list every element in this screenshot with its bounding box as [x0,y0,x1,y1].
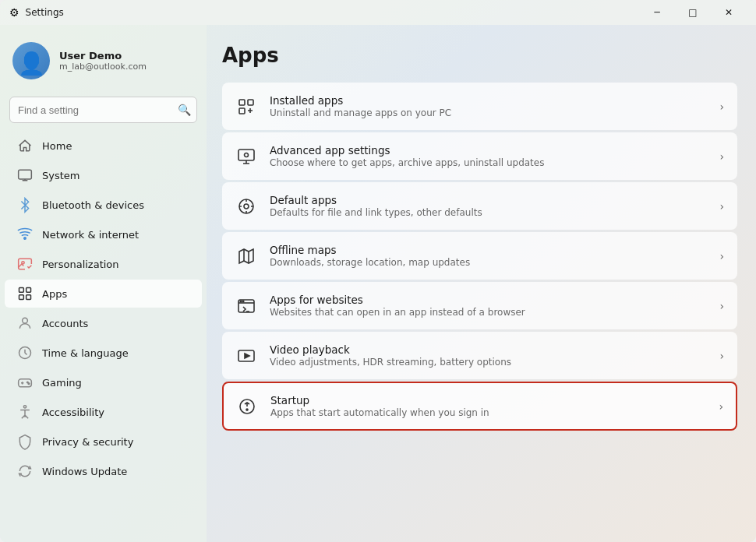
default-apps-desc: Defaults for file and link types, other … [270,207,482,218]
sidebar-item-network-label: Network & internet [42,229,139,241]
sidebar-item-accessibility[interactable]: Accessibility [5,398,202,426]
startup-item[interactable]: Startup Apps that start automatically wh… [222,382,737,431]
video-playback-item[interactable]: Video playback Video adjustments, HDR st… [222,332,737,379]
sidebar-item-privacy-label: Privacy & security [42,436,133,448]
svg-rect-6 [26,295,31,300]
offline-maps-desc: Downloads, storage location, map updates [270,257,470,268]
advanced-app-settings-icon [235,146,257,167]
user-info: User Demo m_lab@outlook.com [59,50,147,72]
advanced-app-settings-item[interactable]: Advanced app settings Choose where to ge… [222,132,737,180]
minimize-button[interactable]: ─ [639,0,675,25]
svg-point-21 [240,301,242,302]
gaming-icon [17,375,33,390]
startup-icon [236,396,258,417]
svg-marker-24 [245,354,249,358]
window-controls: ─ □ ✕ [639,0,747,25]
sidebar-item-accessibility-label: Accessibility [42,406,104,418]
sidebar-item-home[interactable]: Home [5,132,202,160]
video-playback-left: Video playback Video adjustments, HDR st… [235,343,511,368]
sidebar-item-system[interactable]: System [5,161,202,189]
sidebar-item-personalization-label: Personalization [42,259,119,270]
title-bar: ⚙ Settings ─ □ ✕ [0,0,756,25]
sidebar-item-gaming[interactable]: Gaming [5,368,202,396]
advanced-app-settings-title: Advanced app settings [270,144,544,157]
startup-left: Startup Apps that start automatically wh… [236,394,489,418]
svg-point-19 [244,204,249,209]
sidebar-item-apps[interactable]: Apps [5,280,202,308]
sidebar-item-privacy[interactable]: Privacy & security [5,428,202,456]
advanced-app-settings-left: Advanced app settings Choose where to ge… [235,144,544,168]
apps-for-websites-title: Apps for websites [270,294,525,306]
content-area: Apps Instal [207,25,756,542]
offline-maps-item[interactable]: Offline maps Downloads, storage location… [222,232,737,280]
sidebar-item-bluetooth[interactable]: Bluetooth & devices [5,191,202,219]
sidebar-item-accounts[interactable]: Accounts [5,309,202,337]
page-title: Apps [222,44,737,67]
close-button[interactable]: ✕ [711,0,747,25]
privacy-icon [17,434,33,449]
apps-icon [17,286,33,301]
title-bar-left: ⚙ Settings [9,6,64,19]
sidebar-item-bluetooth-label: Bluetooth & devices [42,199,144,211]
svg-rect-0 [19,170,32,179]
video-playback-chevron: › [719,350,724,362]
startup-text: Startup Apps that start automatically wh… [270,394,489,418]
installed-apps-title: Installed apps [270,94,451,107]
sidebar-item-time-label: Time & language [42,347,129,359]
network-icon [17,227,33,242]
sidebar-item-time[interactable]: Time & language [5,339,202,367]
svg-point-26 [246,409,248,410]
maximize-button[interactable]: □ [675,0,711,25]
offline-maps-chevron: › [719,250,724,262]
home-icon [17,138,33,153]
startup-title: Startup [270,394,489,406]
apps-for-websites-chevron: › [719,300,724,312]
settings-window: ⚙ Settings ─ □ ✕ 👤 User Demo m_lab@outlo… [0,0,756,542]
startup-chevron: › [719,400,723,413]
offline-maps-text: Offline maps Downloads, storage location… [270,244,470,268]
default-apps-item[interactable]: Default apps Defaults for file and link … [222,182,737,230]
installed-apps-icon [235,96,257,118]
svg-point-7 [23,318,28,323]
default-apps-chevron: › [719,200,724,213]
user-email: m_lab@outlook.com [59,62,147,72]
svg-rect-4 [26,288,31,293]
settings-app-icon: ⚙ [9,6,19,19]
settings-list: Installed apps Uninstall and manage apps… [222,83,737,431]
sidebar-item-accounts-label: Accounts [42,318,88,329]
svg-rect-15 [239,108,245,114]
svg-point-12 [23,406,26,408]
apps-for-websites-left: Apps for websites Websites that can open… [235,294,525,318]
startup-desc: Apps that start automatically when you s… [270,407,489,418]
svg-point-22 [242,301,244,302]
advanced-app-settings-chevron: › [719,150,724,163]
installed-apps-left: Installed apps Uninstall and manage apps… [235,94,451,118]
search-box: 🔍 [9,97,197,123]
svg-rect-14 [248,100,253,105]
user-profile[interactable]: 👤 User Demo m_lab@outlook.com [0,33,207,89]
installed-apps-item[interactable]: Installed apps Uninstall and manage apps… [222,83,737,130]
main-content: 👤 User Demo m_lab@outlook.com 🔍 [0,25,756,542]
sidebar-item-update-label: Windows Update [42,466,127,477]
svg-point-11 [28,383,30,385]
default-apps-text: Default apps Defaults for file and link … [270,194,482,218]
user-name: User Demo [59,50,147,62]
apps-for-websites-icon [235,295,257,317]
sidebar-item-personalization[interactable]: Personalization [5,250,202,278]
sidebar-item-apps-label: Apps [42,288,67,300]
window-title: Settings [26,7,64,18]
search-icon: 🔍 [178,104,191,116]
apps-for-websites-item[interactable]: Apps for websites Websites that can open… [222,282,737,329]
personalization-icon [17,256,33,272]
sidebar-item-network[interactable]: Network & internet [5,220,202,248]
sidebar-item-gaming-label: Gaming [42,377,82,389]
apps-for-websites-desc: Websites that can open in an app instead… [270,307,525,318]
svg-point-17 [245,153,249,157]
apps-for-websites-text: Apps for websites Websites that can open… [270,294,525,318]
video-playback-icon [235,345,257,367]
sidebar-item-update[interactable]: Windows Update [5,457,202,485]
avatar: 👤 [12,42,50,79]
search-input[interactable] [9,97,197,123]
bluetooth-icon [17,197,33,213]
advanced-app-settings-text: Advanced app settings Choose where to ge… [270,144,544,168]
